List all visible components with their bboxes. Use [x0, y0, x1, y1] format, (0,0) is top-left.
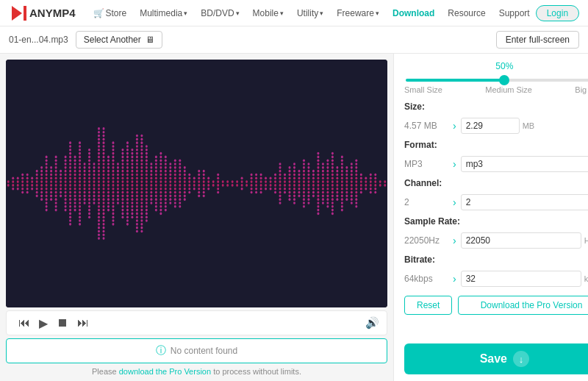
login-button[interactable]: Login	[536, 5, 579, 21]
svg-point-232	[98, 202, 100, 204]
nav-download[interactable]: Download	[387, 0, 440, 26]
svg-point-305	[112, 174, 114, 177]
svg-point-256	[102, 188, 104, 190]
format-input[interactable]	[461, 156, 588, 172]
svg-point-874	[355, 195, 357, 198]
svg-point-364	[126, 195, 129, 198]
svg-point-87	[55, 156, 57, 159]
svg-point-40	[40, 188, 43, 190]
svg-point-183	[84, 170, 86, 173]
channel-input[interactable]	[461, 194, 588, 210]
svg-point-91	[60, 177, 62, 179]
svg-point-173	[79, 145, 81, 148]
svg-point-382	[131, 184, 133, 187]
skip-button[interactable]: ⏭	[73, 316, 93, 330]
pro-notice: Please download the Pro Version to proce…	[6, 367, 387, 376]
svg-point-636	[236, 184, 238, 187]
svg-point-584	[184, 188, 186, 190]
select-another-button[interactable]: Select Another 🖥	[76, 31, 162, 49]
svg-point-721	[298, 170, 300, 173]
rewind-button[interactable]: ⏮	[14, 316, 35, 330]
svg-point-731	[303, 166, 305, 169]
svg-point-231	[98, 163, 100, 165]
size-input[interactable]	[461, 118, 520, 134]
pro-version-button[interactable]: Download the Pro Version	[458, 296, 588, 315]
svg-point-122	[69, 198, 71, 201]
svg-point-631	[226, 180, 229, 183]
svg-point-714	[293, 202, 295, 204]
svg-point-409	[136, 166, 138, 169]
svg-point-614	[203, 191, 205, 194]
svg-point-253	[102, 180, 104, 183]
svg-point-22	[26, 188, 29, 190]
svg-point-616	[203, 195, 205, 198]
svg-point-495	[155, 174, 157, 177]
svg-point-735	[303, 159, 305, 162]
svg-point-618	[207, 184, 209, 187]
svg-point-342	[121, 191, 123, 194]
svg-point-34	[36, 191, 38, 194]
svg-point-429	[140, 180, 143, 183]
svg-point-448	[140, 216, 143, 218]
svg-point-7	[12, 177, 14, 179]
nav-freeware[interactable]: Freeware ▾	[331, 0, 385, 26]
svg-point-823	[336, 174, 338, 177]
svg-point-44	[40, 195, 43, 198]
svg-point-624	[217, 184, 219, 187]
svg-point-421	[136, 145, 138, 148]
svg-point-151	[74, 156, 76, 159]
svg-point-503	[155, 159, 157, 162]
svg-point-333	[117, 166, 119, 169]
svg-point-194	[88, 191, 90, 194]
svg-point-434	[140, 191, 143, 194]
svg-point-552	[169, 202, 171, 204]
no-content-alert: ⓘ No content found	[6, 338, 387, 363]
logo[interactable]: ANYMP4	[9, 3, 76, 24]
svg-point-588	[184, 195, 186, 198]
pro-version-link[interactable]: download the Pro Version	[119, 367, 211, 376]
svg-point-27	[31, 177, 33, 179]
reset-button[interactable]: Reset	[404, 296, 452, 315]
svg-point-148	[74, 202, 76, 204]
play-button[interactable]: ▶	[35, 316, 52, 330]
svg-point-844	[341, 209, 343, 212]
nav-multimedia[interactable]: Multimedia ▾	[134, 0, 193, 26]
svg-point-13	[21, 180, 24, 183]
samplerate-input[interactable]	[461, 232, 581, 249]
svg-point-461	[146, 174, 148, 177]
svg-point-23	[26, 174, 29, 177]
svg-point-337	[121, 180, 123, 183]
svg-point-371	[126, 156, 129, 159]
svg-point-595	[188, 174, 190, 177]
nav-resource[interactable]: Resource	[442, 0, 491, 26]
svg-point-209	[93, 180, 96, 183]
svg-point-365	[126, 166, 129, 169]
svg-point-569	[179, 177, 181, 179]
nav-mobile[interactable]: Mobile ▾	[247, 0, 290, 26]
quality-slider[interactable]	[406, 79, 588, 82]
nav-utility[interactable]: Utility ▾	[291, 0, 329, 26]
svg-point-21	[26, 177, 29, 179]
stop-button[interactable]: ⏹	[52, 316, 73, 330]
svg-point-75	[55, 177, 57, 179]
svg-point-606	[198, 191, 200, 194]
bitrate-input[interactable]	[461, 271, 581, 287]
save-button[interactable]: Save ↓	[404, 343, 588, 374]
svg-point-354	[121, 213, 123, 216]
svg-point-763	[317, 170, 319, 173]
svg-point-539	[165, 156, 167, 159]
svg-point-48	[46, 184, 48, 187]
svg-point-31	[36, 177, 38, 179]
nav-store[interactable]: 🛒 Store	[87, 0, 133, 26]
svg-point-127	[69, 156, 71, 159]
svg-point-652	[255, 188, 257, 190]
svg-point-748	[307, 202, 309, 204]
svg-point-262	[102, 198, 104, 201]
svg-point-327	[117, 177, 119, 179]
nav-bddvd[interactable]: BD/DVD ▾	[195, 0, 245, 26]
svg-point-376	[126, 216, 129, 218]
svg-point-357	[126, 180, 129, 183]
fullscreen-button[interactable]: Enter full-screen	[496, 31, 579, 49]
svg-point-242	[98, 219, 100, 222]
nav-support[interactable]: Support	[493, 0, 536, 26]
